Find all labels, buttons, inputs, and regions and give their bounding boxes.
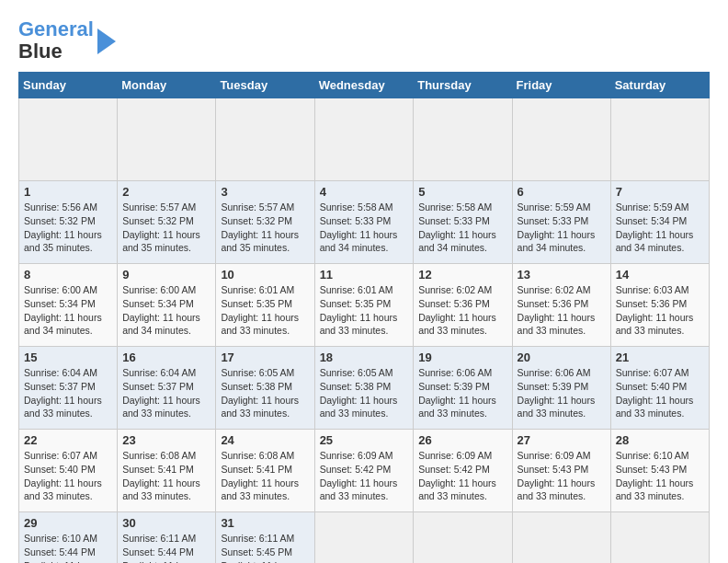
day-cell: 4Sunrise: 5:58 AMSunset: 5:33 PMDaylight… [314, 181, 414, 264]
day-detail: Sunrise: 6:02 AMSunset: 5:36 PMDaylight:… [418, 283, 506, 338]
day-cell [610, 512, 709, 563]
day-cell: 6Sunrise: 5:59 AMSunset: 5:33 PMDaylight… [512, 181, 610, 264]
day-cell: 23Sunrise: 6:08 AMSunset: 5:41 PMDayligh… [118, 430, 216, 512]
day-detail: Sunrise: 5:58 AMSunset: 5:33 PMDaylight:… [418, 201, 506, 255]
day-number: 12 [418, 268, 506, 282]
day-detail: Sunrise: 6:07 AMSunset: 5:40 PMDaylight:… [616, 366, 704, 420]
day-number: 6 [518, 185, 606, 199]
day-cell: 24Sunrise: 6:08 AMSunset: 5:41 PMDayligh… [216, 430, 314, 512]
day-cell [314, 98, 414, 181]
day-cell: 1Sunrise: 5:56 AMSunset: 5:32 PMDaylight… [19, 181, 118, 264]
day-number: 4 [320, 185, 409, 199]
day-number: 11 [320, 268, 409, 282]
day-number: 14 [616, 268, 704, 282]
day-cell: 17Sunrise: 6:05 AMSunset: 5:38 PMDayligh… [216, 347, 314, 430]
column-header-friday: Friday [512, 73, 610, 98]
day-cell [414, 512, 512, 563]
day-number: 31 [221, 516, 309, 530]
day-number: 10 [221, 268, 309, 282]
day-detail: Sunrise: 5:57 AMSunset: 5:32 PMDaylight:… [221, 201, 309, 255]
day-detail: Sunrise: 5:59 AMSunset: 5:34 PMDaylight:… [616, 201, 704, 255]
day-detail: Sunrise: 6:06 AMSunset: 5:39 PMDaylight:… [418, 366, 506, 420]
day-number: 25 [320, 433, 409, 447]
day-cell: 2Sunrise: 5:57 AMSunset: 5:32 PMDaylight… [118, 181, 216, 264]
day-cell [512, 512, 610, 563]
column-header-sunday: Sunday [19, 73, 118, 98]
day-number: 17 [221, 350, 309, 364]
day-detail: Sunrise: 6:03 AMSunset: 5:36 PMDaylight:… [616, 283, 704, 338]
day-detail: Sunrise: 5:59 AMSunset: 5:33 PMDaylight:… [518, 201, 606, 255]
column-header-wednesday: Wednesday [314, 73, 414, 98]
day-number: 23 [122, 433, 210, 447]
day-cell: 25Sunrise: 6:09 AMSunset: 5:42 PMDayligh… [314, 430, 414, 512]
column-header-monday: Monday [118, 73, 216, 98]
calendar-table: SundayMondayTuesdayWednesdayThursdayFrid… [18, 72, 710, 563]
day-detail: Sunrise: 6:06 AMSunset: 5:39 PMDaylight:… [518, 366, 606, 420]
day-cell: 12Sunrise: 6:02 AMSunset: 5:36 PMDayligh… [414, 264, 512, 347]
week-row-3: 15Sunrise: 6:04 AMSunset: 5:37 PMDayligh… [19, 347, 710, 430]
day-cell: 3Sunrise: 5:57 AMSunset: 5:32 PMDaylight… [216, 181, 314, 264]
day-detail: Sunrise: 6:08 AMSunset: 5:41 PMDaylight:… [221, 449, 309, 503]
day-cell: 15Sunrise: 6:04 AMSunset: 5:37 PMDayligh… [19, 347, 118, 430]
day-detail: Sunrise: 6:05 AMSunset: 5:38 PMDaylight:… [320, 366, 409, 420]
day-detail: Sunrise: 5:56 AMSunset: 5:32 PMDaylight:… [24, 201, 112, 255]
day-number: 15 [24, 350, 112, 364]
day-number: 3 [221, 185, 309, 199]
day-cell [512, 98, 610, 181]
day-cell: 9Sunrise: 6:00 AMSunset: 5:34 PMDaylight… [118, 264, 216, 347]
day-number: 20 [518, 350, 606, 364]
day-number: 19 [418, 350, 506, 364]
day-detail: Sunrise: 6:09 AMSunset: 5:42 PMDaylight:… [418, 449, 506, 503]
day-cell: 16Sunrise: 6:04 AMSunset: 5:37 PMDayligh… [118, 347, 216, 430]
day-number: 22 [24, 433, 112, 447]
day-cell [610, 98, 709, 181]
column-header-tuesday: Tuesday [216, 73, 314, 98]
day-cell: 5Sunrise: 5:58 AMSunset: 5:33 PMDaylight… [414, 181, 512, 264]
page-header: GeneralBlue [18, 18, 710, 63]
week-row-4: 22Sunrise: 6:07 AMSunset: 5:40 PMDayligh… [19, 430, 710, 512]
day-cell: 14Sunrise: 6:03 AMSunset: 5:36 PMDayligh… [610, 264, 709, 347]
day-detail: Sunrise: 6:09 AMSunset: 5:42 PMDaylight:… [320, 449, 409, 503]
day-cell: 26Sunrise: 6:09 AMSunset: 5:42 PMDayligh… [414, 430, 512, 512]
day-cell: 20Sunrise: 6:06 AMSunset: 5:39 PMDayligh… [512, 347, 610, 430]
day-cell: 11Sunrise: 6:01 AMSunset: 5:35 PMDayligh… [314, 264, 414, 347]
day-number: 24 [221, 433, 309, 447]
day-cell: 7Sunrise: 5:59 AMSunset: 5:34 PMDaylight… [610, 181, 709, 264]
day-number: 16 [122, 350, 210, 364]
day-cell: 13Sunrise: 6:02 AMSunset: 5:36 PMDayligh… [512, 264, 610, 347]
day-detail: Sunrise: 6:04 AMSunset: 5:37 PMDaylight:… [24, 366, 112, 420]
week-row-0 [19, 98, 710, 181]
day-cell: 21Sunrise: 6:07 AMSunset: 5:40 PMDayligh… [610, 347, 709, 430]
day-number: 13 [518, 268, 606, 282]
day-number: 26 [418, 433, 506, 447]
day-detail: Sunrise: 6:09 AMSunset: 5:43 PMDaylight:… [518, 449, 606, 503]
day-cell [414, 98, 512, 181]
day-detail: Sunrise: 6:10 AMSunset: 5:44 PMDaylight:… [24, 532, 112, 563]
logo-text: GeneralBlue [18, 18, 94, 63]
day-number: 8 [24, 268, 112, 282]
day-cell: 10Sunrise: 6:01 AMSunset: 5:35 PMDayligh… [216, 264, 314, 347]
day-cell: 19Sunrise: 6:06 AMSunset: 5:39 PMDayligh… [414, 347, 512, 430]
day-cell: 18Sunrise: 6:05 AMSunset: 5:38 PMDayligh… [314, 347, 414, 430]
day-cell: 8Sunrise: 6:00 AMSunset: 5:34 PMDaylight… [19, 264, 118, 347]
day-cell: 22Sunrise: 6:07 AMSunset: 5:40 PMDayligh… [19, 430, 118, 512]
day-cell [118, 98, 216, 181]
day-detail: Sunrise: 6:11 AMSunset: 5:45 PMDaylight:… [221, 532, 309, 563]
week-row-5: 29Sunrise: 6:10 AMSunset: 5:44 PMDayligh… [19, 512, 710, 563]
day-cell: 28Sunrise: 6:10 AMSunset: 5:43 PMDayligh… [610, 430, 709, 512]
day-detail: Sunrise: 6:08 AMSunset: 5:41 PMDaylight:… [122, 449, 210, 503]
column-header-saturday: Saturday [610, 73, 709, 98]
day-number: 1 [24, 185, 112, 199]
day-detail: Sunrise: 6:00 AMSunset: 5:34 PMDaylight:… [122, 283, 210, 338]
day-detail: Sunrise: 6:05 AMSunset: 5:38 PMDaylight:… [221, 366, 309, 420]
day-detail: Sunrise: 5:57 AMSunset: 5:32 PMDaylight:… [122, 201, 210, 255]
day-number: 18 [320, 350, 409, 364]
day-detail: Sunrise: 6:07 AMSunset: 5:40 PMDaylight:… [24, 449, 112, 503]
day-number: 2 [122, 185, 210, 199]
day-cell: 30Sunrise: 6:11 AMSunset: 5:44 PMDayligh… [118, 512, 216, 563]
day-detail: Sunrise: 6:10 AMSunset: 5:43 PMDaylight:… [616, 449, 704, 503]
day-number: 5 [418, 185, 506, 199]
day-detail: Sunrise: 6:02 AMSunset: 5:36 PMDaylight:… [518, 283, 606, 338]
day-cell: 27Sunrise: 6:09 AMSunset: 5:43 PMDayligh… [512, 430, 610, 512]
day-detail: Sunrise: 6:11 AMSunset: 5:44 PMDaylight:… [122, 532, 210, 563]
